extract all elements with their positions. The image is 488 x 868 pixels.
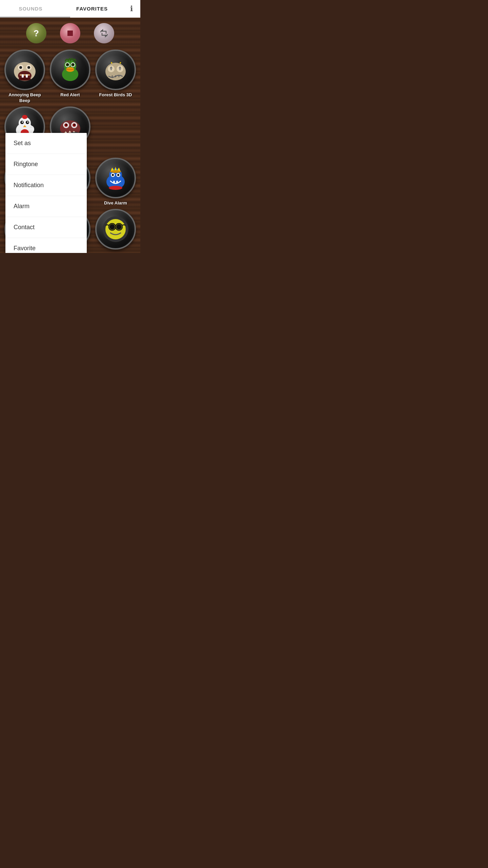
question-button[interactable]: ? xyxy=(26,23,46,43)
svg-point-7 xyxy=(27,66,30,69)
sound-circle-forest-birds: ✦ ✦ xyxy=(95,50,136,90)
sound-item-annoying-beep[interactable]: Annoying BeepBeep xyxy=(3,50,46,104)
sound-circle-dive-alarm xyxy=(95,158,136,198)
svg-point-77 xyxy=(117,174,119,176)
svg-point-94 xyxy=(116,224,122,230)
svg-text:✦: ✦ xyxy=(110,61,113,65)
svg-rect-12 xyxy=(26,74,28,78)
svg-rect-9 xyxy=(20,74,30,76)
svg-point-48 xyxy=(74,124,75,125)
svg-point-19 xyxy=(67,64,69,65)
svg-point-92 xyxy=(105,219,126,239)
sound-circle-row4-3 xyxy=(95,209,136,250)
sound-circle-red-alert xyxy=(50,50,90,90)
svg-text:✦: ✦ xyxy=(119,61,122,65)
dropdown-item-favorite[interactable]: Favorite xyxy=(5,238,87,253)
svg-point-24 xyxy=(108,65,115,72)
svg-point-20 xyxy=(73,64,74,65)
dropdown-item-ringtone[interactable]: Ringtone xyxy=(5,154,87,175)
svg-rect-78 xyxy=(113,181,115,183)
sound-circle-annoying-beep xyxy=(4,50,45,90)
svg-point-23 xyxy=(105,63,126,80)
sound-label-annoying-beep: Annoying BeepBeep xyxy=(8,92,41,104)
tab-sounds[interactable]: SOUNDS xyxy=(0,0,61,18)
dive-alarm-face xyxy=(100,163,131,193)
control-row: ? xyxy=(3,23,137,43)
svg-point-73 xyxy=(110,170,121,173)
dropdown-item-alarm[interactable]: Alarm xyxy=(5,196,87,217)
tab-favorites[interactable]: FAVORITES xyxy=(61,0,123,18)
repeat-button[interactable] xyxy=(94,23,114,43)
svg-point-6 xyxy=(19,66,22,69)
svg-point-37 xyxy=(27,121,28,123)
annoying-beep-face xyxy=(9,55,40,85)
row4-face-3 xyxy=(100,214,131,244)
info-button[interactable]: ℹ xyxy=(123,0,140,18)
dropdown-item-contact[interactable]: Contact xyxy=(5,217,87,238)
repeat-icon xyxy=(99,28,109,38)
sound-label-forest-birds: Forest Birds 3D xyxy=(99,92,132,98)
svg-rect-11 xyxy=(22,74,24,78)
svg-point-36 xyxy=(22,121,23,123)
dropdown-item-notification[interactable]: Notification xyxy=(5,175,87,196)
sound-item-dive-alarm[interactable]: Dive Alarm xyxy=(94,158,137,206)
svg-point-25 xyxy=(117,65,123,72)
sound-item-red-alert[interactable]: Red Alert xyxy=(49,50,92,104)
sound-label-red-alert: Red Alert xyxy=(60,92,80,98)
svg-point-47 xyxy=(66,124,67,125)
stop-button[interactable] xyxy=(60,23,80,43)
red-alert-face xyxy=(55,55,85,85)
svg-point-10 xyxy=(19,77,31,81)
main-content: ? xyxy=(0,18,140,253)
dropdown-set-as: Set as xyxy=(5,133,87,154)
sound-label-dive-alarm: Dive Alarm xyxy=(104,200,127,206)
svg-point-93 xyxy=(109,224,115,230)
sound-item-row4-3[interactable] xyxy=(94,209,137,250)
svg-rect-79 xyxy=(116,181,118,183)
stop-icon xyxy=(66,29,74,37)
svg-point-76 xyxy=(112,174,114,176)
svg-point-33 xyxy=(22,115,27,119)
forest-birds-face: ✦ ✦ xyxy=(100,55,131,85)
svg-rect-0 xyxy=(67,31,73,36)
tab-bar: SOUNDS FAVORITES ℹ xyxy=(0,0,140,18)
svg-point-80 xyxy=(109,186,122,190)
dropdown-menu: Set as Ringtone Notification Alarm Conta… xyxy=(5,133,87,253)
sound-item-forest-birds[interactable]: ✦ ✦ Forest Birds 3D xyxy=(94,50,137,104)
